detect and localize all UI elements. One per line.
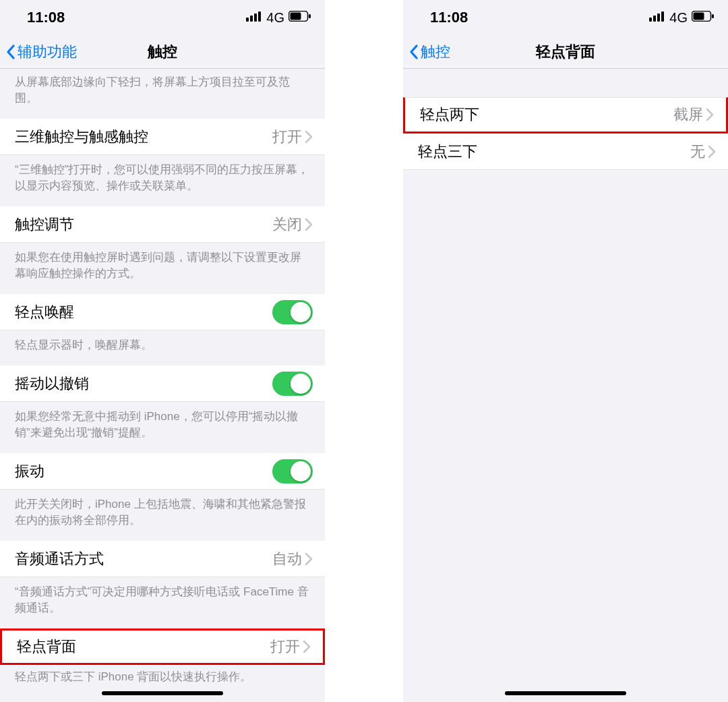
- tap-to-wake-footer: 轻点显示器时，唤醒屏幕。: [0, 330, 325, 365]
- row-label: 轻点唤醒: [15, 302, 74, 322]
- network-label: 4G: [669, 10, 688, 26]
- svg-rect-10: [661, 11, 664, 22]
- signal-icon: [649, 11, 665, 24]
- row-value: 打开: [270, 637, 300, 657]
- row-vibration[interactable]: 振动: [0, 453, 325, 490]
- chevron-right-icon: [305, 552, 313, 566]
- signal-icon: [246, 11, 262, 24]
- row-label: 振动: [15, 461, 44, 481]
- row-tap-to-wake[interactable]: 轻点唤醒: [0, 294, 325, 330]
- row-label: 音频通话方式: [15, 549, 104, 569]
- row-shake-undo[interactable]: 摇动以撤销: [0, 365, 325, 402]
- chevron-right-icon: [303, 640, 311, 653]
- nav-header: 辅助功能 触控: [0, 35, 325, 69]
- shake-undo-footer: 如果您经常无意中摇动到 iPhone，您可以停用“摇动以撤销”来避免出现“撤销”…: [0, 402, 325, 453]
- status-bar: 11:08 4G: [0, 0, 325, 35]
- row-value: 打开: [272, 127, 302, 147]
- back-label: 触控: [421, 42, 450, 62]
- network-label: 4G: [266, 10, 284, 26]
- svg-rect-9: [657, 13, 660, 22]
- chevron-right-icon: [706, 108, 714, 121]
- 3d-touch-footer: “三维触控”打开时，您可以使用强弱不同的压力按压屏幕，以显示内容预览、操作或关联…: [0, 155, 325, 206]
- battery-icon: [289, 11, 311, 24]
- status-time: 11:08: [27, 9, 65, 26]
- toggle-shake-undo[interactable]: [272, 372, 313, 396]
- row-value: 无: [690, 142, 705, 162]
- row-3d-touch[interactable]: 三维触控与触感触控 打开: [0, 119, 325, 155]
- chevron-right-icon: [305, 130, 313, 144]
- svg-rect-7: [649, 18, 652, 22]
- vibration-footer: 此开关关闭时，iPhone 上包括地震、海啸和其他紧急警报在内的振动将全部停用。: [0, 490, 325, 541]
- row-audio-call[interactable]: 音频通话方式 自动: [0, 541, 325, 577]
- row-label: 触控调节: [15, 214, 74, 235]
- svg-rect-12: [694, 13, 704, 20]
- row-label: 三维触控与触感触控: [15, 127, 148, 147]
- nav-header: 触控 轻点背面: [403, 35, 728, 69]
- home-indicator[interactable]: [505, 691, 626, 695]
- row-label: 轻点三下: [418, 142, 477, 162]
- chevron-left-icon: [5, 44, 16, 60]
- row-triple-tap[interactable]: 轻点三下 无: [403, 134, 728, 170]
- toggle-vibration[interactable]: [272, 459, 313, 484]
- row-value: 截屏: [673, 105, 703, 125]
- svg-rect-1: [250, 16, 253, 22]
- section-spacer: [403, 69, 728, 97]
- phone-screen-touch-settings: 11:08 4G 辅助功能 触控 从屏幕底部边缘向下轻扫，将屏幕上方项目拉至可及…: [0, 0, 325, 702]
- svg-rect-2: [254, 13, 257, 22]
- svg-rect-0: [246, 18, 249, 22]
- row-value: 自动: [272, 549, 302, 569]
- svg-rect-5: [291, 13, 301, 20]
- touch-adjust-footer: 如果您在使用触控屏时遇到问题，请调整以下设置更改屏幕响应触控操作的方式。: [0, 243, 325, 294]
- back-button-touch[interactable]: 触控: [403, 42, 450, 62]
- row-label: 轻点背面: [17, 637, 76, 657]
- status-bar: 11:08 4G: [403, 0, 728, 35]
- status-time: 11:08: [430, 9, 468, 26]
- row-touch-adjust[interactable]: 触控调节 关闭: [0, 206, 325, 243]
- svg-rect-6: [309, 14, 311, 18]
- row-label: 摇动以撤销: [15, 374, 89, 394]
- audio-call-footer: “音频通话方式”可决定用哪种方式接听电话或 FaceTime 音频通话。: [0, 577, 325, 628]
- row-back-tap[interactable]: 轻点背面 打开: [0, 628, 325, 665]
- chevron-left-icon: [408, 44, 419, 60]
- row-double-tap[interactable]: 轻点两下 截屏: [403, 97, 728, 134]
- battery-icon: [692, 11, 715, 24]
- home-indicator[interactable]: [102, 691, 223, 695]
- back-button-accessibility[interactable]: 辅助功能: [0, 42, 77, 62]
- row-value: 关闭: [272, 214, 302, 235]
- page-title: 轻点背面: [403, 42, 728, 62]
- toggle-tap-to-wake[interactable]: [272, 300, 313, 324]
- status-icons: 4G: [649, 10, 715, 26]
- svg-rect-3: [258, 11, 261, 22]
- chevron-right-icon: [305, 218, 313, 231]
- phone-screen-back-tap: 11:08 4G 触控 轻点背面 轻点两下 截屏: [403, 0, 728, 702]
- row-label: 轻点两下: [420, 105, 479, 125]
- reachability-footer: 从屏幕底部边缘向下轻扫，将屏幕上方项目拉至可及范围。: [0, 69, 325, 119]
- svg-rect-8: [653, 16, 656, 22]
- status-icons: 4G: [246, 10, 311, 26]
- chevron-right-icon: [708, 145, 716, 158]
- back-label: 辅助功能: [18, 42, 77, 62]
- svg-rect-13: [712, 14, 714, 18]
